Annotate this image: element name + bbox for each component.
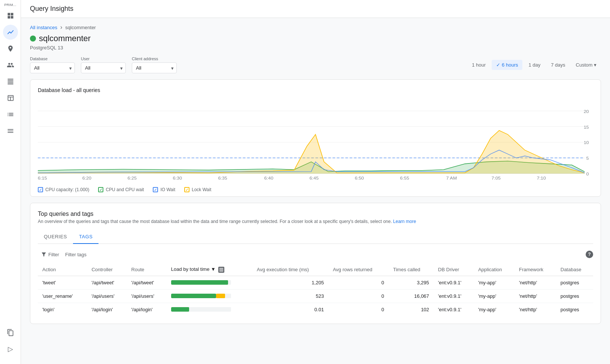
chart-card: Database load - all queries 0 5 10 15 20 [30,79,601,197]
time-7d-button[interactable]: 7 days [546,60,570,70]
svg-text:6:55: 6:55 [400,175,409,180]
cell-database: postgres [556,276,593,289]
chart-title: Database load - all queries [38,87,593,93]
database-select-wrapper: All [30,62,75,73]
svg-text:6:20: 6:20 [82,175,92,180]
svg-text:6:15: 6:15 [38,175,47,180]
cell-controller: '/api/users' [87,289,127,303]
time-6h-button[interactable]: ✓6 hours [492,60,522,70]
client-address-select-wrapper: All [132,62,177,73]
legend-lock-wait[interactable]: ✓ Lock Wait [184,187,211,192]
page-title: Query Insights [30,5,73,13]
table-row[interactable]: 'login' '/api/login' '/api/login' 0.01 0… [38,303,593,316]
svg-text:7:10: 7:10 [537,175,546,180]
cell-avg-exec: 1,205 [252,276,328,289]
cell-load [167,276,252,289]
cell-db-driver: 'ent:v0.9.1' [434,289,474,303]
queries-section-title: Top queries and tags [38,211,593,217]
sidebar-item-list[interactable] [3,123,18,138]
col-load[interactable]: Load by total time ▼ [167,263,252,276]
cell-load [167,289,252,303]
cell-database: postgres [556,289,593,303]
tab-tags[interactable]: TAGS [73,230,98,244]
breadcrumb: All instances › sqlcommenter [30,24,601,31]
client-address-filter-label: Client address [132,56,177,61]
table-row[interactable]: 'user_rename' '/api/users' '/api/users' … [38,289,593,303]
breadcrumb-separator: › [60,24,62,31]
col-avg-rows: Avg rows returned [328,263,389,276]
main-content: All instances › sqlcommenter sqlcommente… [21,18,610,364]
cell-avg-exec: 523 [252,289,328,303]
chart-container: 0 5 10 15 20 [38,99,593,189]
sidebar-item-table[interactable] [3,74,18,89]
legend-lock-wait-label: Lock Wait [192,187,211,192]
svg-text:6:35: 6:35 [218,175,227,180]
legend-io-wait[interactable]: ✓ IO Wait [153,187,175,192]
time-custom-button[interactable]: Custom ▾ [571,60,601,70]
database-select[interactable]: All [30,62,75,73]
cell-application: 'my-app' [474,289,515,303]
database-filter-label: Database [30,56,75,61]
sidebar-item-expand[interactable]: ▷ [3,342,18,357]
breadcrumb-parent[interactable]: All instances [30,25,57,30]
cell-controller: '/api/tweet' [87,276,127,289]
cell-avg-rows: 0 [328,289,389,303]
svg-text:10: 10 [584,140,589,145]
cell-avg-exec: 0.01 [252,303,328,316]
sidebar-item-users[interactable] [3,58,18,73]
sidebar-label: PRIM... [4,3,16,7]
sidebar-item-table2[interactable] [3,91,18,105]
sidebar-item-gantt[interactable] [3,107,18,122]
filter-tags-label[interactable]: Filter tags [65,252,87,257]
legend-io-wait-label: IO Wait [160,187,175,192]
cell-times-called: 16,067 [389,289,434,303]
sidebar-item-copy[interactable] [3,325,18,340]
status-indicator [30,36,36,42]
svg-text:6:25: 6:25 [128,175,137,180]
sidebar: PRIM... ▷ [0,0,21,364]
sidebar-item-dashboard[interactable] [3,8,18,23]
sidebar-item-route[interactable] [3,41,18,56]
table-toolbar: Filter Filter tags ? [38,250,593,259]
cell-route: '/api/login' [127,303,167,316]
user-select[interactable]: All [81,62,126,73]
database-filter-group: Database All [30,56,75,73]
cell-action: 'user_rename' [38,289,87,303]
col-times-called: Times called [389,263,434,276]
tab-queries[interactable]: QUERIES [38,230,73,244]
filters-row: Database All User All Client address All [30,56,601,73]
filter-button[interactable]: Filter [38,250,62,259]
cell-avg-rows: 0 [328,276,389,289]
cell-times-called: 3,295 [389,276,434,289]
col-action: Action [38,263,87,276]
svg-text:0: 0 [586,172,589,177]
svg-text:7:05: 7:05 [491,175,501,180]
top-queries-card: Top queries and tags An overview of the … [30,203,601,324]
sidebar-item-analytics[interactable] [3,25,18,40]
cell-action: 'tweet' [38,276,87,289]
cell-controller: '/api/login' [87,303,127,316]
breadcrumb-current: sqlcommenter [65,25,96,30]
client-address-select[interactable]: All [132,62,177,73]
time-1d-button[interactable]: 1 day [524,60,545,70]
cell-db-driver: 'ent:v0.9.1' [434,276,474,289]
time-1h-button[interactable]: 1 hour [467,60,490,70]
cell-framework: 'net/http' [515,276,556,289]
cell-avg-rows: 0 [328,303,389,316]
cell-framework: 'net/http' [515,303,556,316]
col-application: Application [474,263,515,276]
instance-name-row: sqlcommenter [30,34,601,43]
learn-more-link[interactable]: Learn more [393,219,416,224]
help-icon[interactable]: ? [586,251,593,258]
col-route: Route [127,263,167,276]
cell-route: '/api/users' [127,289,167,303]
instance-name: sqlcommenter [39,34,91,43]
svg-text:6:50: 6:50 [355,175,364,180]
user-filter-group: User All [81,56,126,73]
table-row[interactable]: 'tweet' '/api/tweet' '/api/tweet' 1,205 … [38,276,593,289]
svg-text:5: 5 [586,156,589,161]
legend-cpu-wait[interactable]: ✓ CPU and CPU wait [98,187,144,192]
legend-cpu-capacity[interactable]: ✓ CPU capacity: (1.000) [38,187,89,192]
client-address-filter-group: Client address All [132,56,177,73]
col-controller: Controller [87,263,127,276]
